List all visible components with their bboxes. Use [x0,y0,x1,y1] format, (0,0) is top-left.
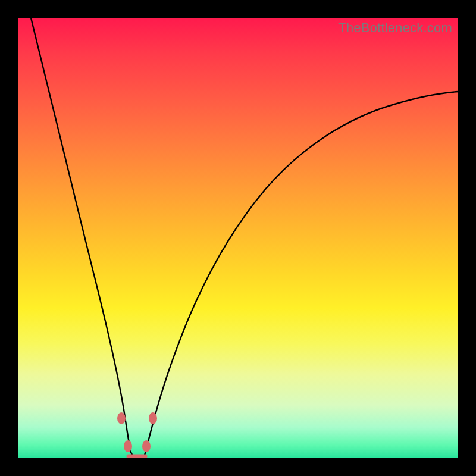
right-curve [144,92,458,457]
left-curve [31,18,133,457]
marker-left-upper [117,412,126,424]
chart-svg [18,18,458,458]
marker-right-upper [149,412,157,424]
marker-left-lower [124,440,132,452]
watermark-text: TheBottleneck.com [338,20,452,36]
plot-area: TheBottleneck.com [18,18,458,458]
marker-right-lower [142,440,151,452]
